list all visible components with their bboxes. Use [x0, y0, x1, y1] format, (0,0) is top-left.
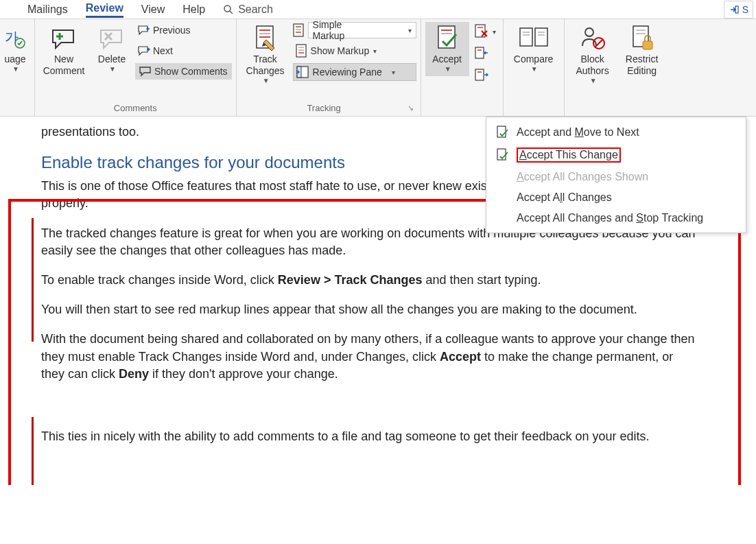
markup-doc-icon [293, 23, 305, 37]
group-comments-label: Comments [39, 102, 232, 115]
change-indicator-bar[interactable] [32, 417, 34, 485]
tab-mailings[interactable]: Mailings [27, 2, 68, 17]
doc-paragraph: You will then start to see red markup li… [41, 301, 700, 318]
track-changes-button[interactable]: Track Changes ▼ [241, 22, 290, 88]
tab-help[interactable]: Help [182, 2, 205, 17]
accept-all-stop-label: Accept All Changes and Stop Tracking [517, 212, 703, 224]
show-markup-button[interactable]: Show Markup ▾ [293, 43, 416, 59]
track-changes-icon [254, 25, 277, 52]
accept-all-stop[interactable]: Accept All Changes and Stop Tracking [486, 208, 746, 228]
chevron-down-icon: ▼ [12, 65, 19, 73]
show-comments-button[interactable]: Show Comments [135, 63, 232, 80]
group-tracking-label: Tracking [241, 102, 407, 115]
accept-icon [497, 126, 509, 139]
search-icon [223, 4, 234, 15]
compare-label: Compare [514, 54, 554, 65]
chevron-down-icon: ▾ [408, 27, 412, 34]
group-compare-label [508, 112, 560, 115]
chevron-down-icon: ▼ [590, 77, 597, 85]
share-icon [729, 4, 740, 15]
svg-rect-34 [520, 28, 532, 46]
previous-comment-button[interactable]: Previous [135, 22, 232, 38]
next-change-icon [475, 69, 488, 82]
delete-label: Delete [98, 54, 126, 65]
language-label: uage [4, 54, 25, 65]
change-indicator-bar[interactable] [32, 218, 34, 342]
ribbon: 가 uage ▼ New Comment Delete ▼ [0, 19, 756, 117]
doc-paragraph: To enable track changes inside Word, cli… [41, 272, 700, 289]
comment-delete-icon [98, 26, 126, 51]
search-label: Search [238, 3, 273, 16]
next-change-button[interactable] [472, 67, 499, 84]
svg-rect-35 [535, 28, 547, 46]
reviewing-pane-button[interactable]: Reviewing Pane ▾ [293, 63, 416, 81]
group-compare: Compare ▼ [504, 19, 565, 116]
group-comments: New Comment Delete ▼ Previous Next [35, 19, 237, 116]
show-markup-icon [296, 44, 308, 58]
markup-view-value: Simple Markup [313, 19, 374, 41]
tracking-dialog-launcher[interactable]: ↘ [407, 104, 416, 113]
comment-add-icon [50, 26, 78, 51]
svg-text:가: 가 [5, 29, 19, 45]
reject-button[interactable]: ▾ [472, 23, 499, 40]
group-protect: Block Authors ▼ Restrict Editing [565, 19, 669, 116]
svg-rect-46 [643, 41, 652, 49]
chevron-down-icon: ▾ [392, 69, 395, 76]
new-comment-label: New Comment [40, 54, 87, 77]
block-authors-label: Block Authors [570, 54, 615, 77]
accept-icon [497, 148, 509, 162]
group-changes-label [425, 112, 499, 115]
tab-view[interactable]: View [141, 2, 165, 17]
comments-small-stack: Previous Next Show Comments [135, 22, 232, 80]
block-authors-button[interactable]: Block Authors ▼ [569, 22, 617, 88]
chevron-down-icon: ▼ [109, 65, 116, 73]
language-icon: 가 [3, 27, 27, 50]
chevron-down-icon: ▾ [373, 47, 377, 55]
svg-rect-17 [296, 45, 306, 57]
share-button[interactable]: S [724, 1, 753, 19]
previous-change-button[interactable] [472, 45, 499, 62]
accept-button[interactable]: Accept ▼ [425, 22, 469, 76]
accept-label: Accept [432, 54, 462, 65]
accept-all-shown: Accept All Changes Shown [486, 167, 746, 187]
show-markup-label: Show Markup [311, 45, 370, 56]
reviewing-pane-label: Reviewing Pane [313, 67, 382, 78]
accept-icon [436, 25, 459, 52]
restrict-editing-label: Restrict Editing [621, 54, 663, 77]
delete-comment-button[interactable]: Delete ▼ [91, 22, 132, 76]
accept-this-change[interactable]: Accept This Change [486, 143, 746, 167]
svg-line-1 [230, 11, 233, 14]
restrict-editing-button[interactable]: Restrict Editing [619, 22, 665, 80]
previous-label: Previous [153, 25, 190, 36]
search-box[interactable]: Search [223, 3, 273, 16]
language-button[interactable]: 가 uage ▼ [0, 22, 30, 76]
comment-next-icon [138, 45, 150, 56]
next-label: Next [153, 45, 173, 56]
reviewing-pane-icon [296, 66, 309, 78]
accept-this-change-highlight: Accept This Change [517, 147, 621, 163]
chevron-down-icon: ▾ [493, 28, 496, 36]
next-comment-button[interactable]: Next [135, 43, 232, 59]
ribbon-tabs: Mailings Review View Help Search S [0, 0, 756, 19]
markup-view-dropdown[interactable]: Simple Markup ▾ [308, 22, 416, 38]
reject-icon [475, 24, 488, 39]
svg-point-0 [224, 5, 231, 12]
tab-review[interactable]: Review [86, 1, 123, 18]
new-comment-button[interactable]: New Comment [39, 22, 88, 80]
accept-all-shown-label: Accept All Changes Shown [517, 171, 648, 183]
block-authors-icon [580, 25, 606, 51]
restrict-editing-icon [630, 25, 654, 52]
comment-prev-icon [138, 25, 150, 36]
comment-show-icon [139, 66, 152, 77]
accept-dropdown-menu: Accept and Move to Next Accept This Chan… [486, 117, 746, 233]
compare-button[interactable]: Compare ▼ [508, 22, 560, 76]
chevron-down-icon: ▼ [445, 65, 451, 73]
svg-rect-32 [475, 69, 484, 80]
svg-rect-2 [735, 6, 738, 13]
chevron-down-icon: ▼ [263, 77, 270, 85]
chevron-down-icon: ▼ [531, 65, 538, 73]
doc-paragraph: This ties in nicely with the ability to … [41, 428, 700, 445]
group-tracking: Track Changes ▼ Simple Markup ▾ Show Mar… [237, 19, 421, 116]
accept-all-changes[interactable]: Accept All Changes [486, 187, 746, 208]
accept-move-next[interactable]: Accept and Move to Next [486, 121, 746, 143]
